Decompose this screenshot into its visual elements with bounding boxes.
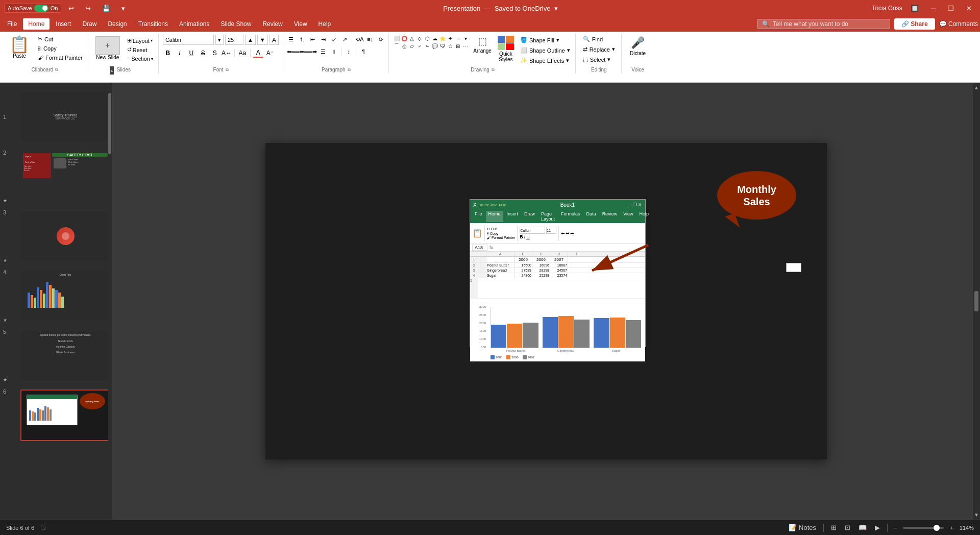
shape-12[interactable]: ◎: [401, 42, 408, 50]
font-color-button[interactable]: A: [253, 48, 263, 58]
font-size-up[interactable]: ▲: [245, 35, 256, 45]
restore-btn[interactable]: ❐: [944, 3, 958, 14]
redo-btn[interactable]: ↪: [81, 3, 95, 14]
shape-expand[interactable]: ▾: [462, 35, 469, 42]
slide-item-5[interactable]: 5 ★ Special thanks go to the following i…: [14, 328, 112, 383]
excel-fontsize-input[interactable]: [546, 227, 556, 234]
excel-close[interactable]: ✕: [638, 202, 642, 207]
excel-menu-pagelayout[interactable]: Page Layout: [538, 211, 557, 222]
shape-fill-button[interactable]: 🪣 Shape Fill ▾: [518, 36, 572, 44]
slide-thumb-4[interactable]: Chart Title: [20, 270, 110, 322]
excel-underline-btn[interactable]: U: [526, 234, 530, 239]
panel-scrollbar[interactable]: [108, 83, 112, 520]
autosave-toggle[interactable]: [34, 5, 48, 12]
new-slide-button[interactable]: + New Slide: [92, 35, 123, 62]
numbering-button[interactable]: ⒈: [297, 35, 306, 44]
shape-11[interactable]: ⌒: [393, 42, 400, 50]
slide-sorter-btn[interactable]: ⊡: [844, 523, 851, 532]
scroll-up-btn[interactable]: ▲: [974, 85, 979, 90]
panel-scroll-up[interactable]: ▲: [110, 66, 114, 75]
zoom-slider[interactable]: [903, 527, 944, 529]
shape-3[interactable]: △: [408, 35, 415, 42]
text-direction-button[interactable]: ⟲A: [355, 35, 364, 44]
slideshow-view-btn[interactable]: ▶: [874, 523, 881, 532]
menu-review[interactable]: Review: [257, 18, 287, 30]
shape-8[interactable]: ✦: [447, 35, 454, 42]
clipboard-expand-icon[interactable]: ⧉: [55, 67, 58, 72]
excel-menu-data[interactable]: Data: [584, 211, 599, 222]
close-btn[interactable]: ✕: [962, 3, 976, 14]
menu-view[interactable]: View: [289, 18, 312, 30]
slide-thumb-1[interactable]: Safety Training BURNROCK LLC: [20, 91, 110, 142]
align-left-btn[interactable]: ⬅═: [286, 47, 296, 56]
align-center-btn[interactable]: ═⬌═: [297, 47, 306, 56]
para-spacing-btn[interactable]: ¶: [359, 47, 368, 56]
font-expand-icon[interactable]: ⧉: [226, 67, 229, 72]
underline-button[interactable]: U: [186, 48, 197, 58]
layout-button[interactable]: ⊞ Layout ▾: [125, 37, 155, 44]
slide-item-3[interactable]: 3 ★: [14, 208, 112, 264]
shape-15[interactable]: ⤷: [424, 42, 431, 50]
menu-slideshow[interactable]: Slide Show: [215, 18, 256, 30]
share-button[interactable]: 🔗 Share: [894, 18, 935, 30]
bold-button[interactable]: B: [163, 48, 173, 58]
font-size-input[interactable]: [225, 35, 243, 45]
minimize-btn[interactable]: ─: [927, 3, 940, 14]
menu-design[interactable]: Design: [103, 18, 132, 30]
shape-5[interactable]: ⬡: [424, 35, 431, 42]
excel-paste-btn[interactable]: 📋: [472, 228, 482, 238]
shape-2[interactable]: ⭕: [401, 35, 408, 42]
find-button[interactable]: 🔍 Find: [580, 35, 606, 43]
dictate-button[interactable]: 🎤 Dictate: [626, 35, 650, 58]
excel-menu-view[interactable]: View: [621, 211, 635, 222]
shape-effects-button[interactable]: ✨ Shape Effects ▾: [518, 56, 572, 65]
increase-indent-btn[interactable]: ⇥: [318, 35, 328, 44]
decrease-list-btn[interactable]: ↙: [329, 35, 338, 44]
slide-thumb-5[interactable]: Special thanks go to the following indiv…: [20, 330, 110, 381]
line-spacing-btn[interactable]: ↕: [344, 47, 353, 56]
customize-btn[interactable]: ▾: [117, 3, 129, 14]
select-button[interactable]: ⬚ Select ▾: [580, 55, 614, 64]
replace-button[interactable]: ⇄ Replace ▾: [580, 45, 618, 54]
shape-16[interactable]: 💬: [431, 42, 438, 50]
align-right-btn[interactable]: ═➡: [308, 47, 317, 56]
italic-button[interactable]: I: [175, 48, 185, 58]
smartart-button[interactable]: ⟳: [376, 35, 385, 44]
excel-align-center[interactable]: ⬌: [566, 231, 570, 236]
shape-6[interactable]: ☁: [431, 35, 438, 42]
format-painter-button[interactable]: 🖌 Format Painter: [36, 54, 85, 62]
excel-menu-formulas[interactable]: Formulas: [558, 211, 583, 222]
menu-file[interactable]: File: [2, 18, 22, 30]
excel-menu-draw[interactable]: Draw: [522, 211, 537, 222]
slide-item-2[interactable]: 2 ★ Sign In Find a Star Take safe...Work…: [14, 149, 112, 204]
shape-17[interactable]: 🗨: [439, 42, 446, 50]
comments-button[interactable]: 💬 Comments: [939, 20, 978, 28]
reading-view-btn[interactable]: 📖: [857, 523, 868, 532]
menu-home[interactable]: Home: [23, 18, 50, 30]
col-btn[interactable]: ⫴: [329, 47, 338, 56]
slide-item-6[interactable]: 6: [14, 387, 112, 443]
excel-format-painter-btn[interactable]: 🖌 Format Painter: [487, 236, 515, 239]
excel-menu-help[interactable]: Help: [637, 211, 652, 222]
shape-18[interactable]: ☆: [447, 42, 454, 50]
menu-animations[interactable]: Animations: [174, 18, 214, 30]
search-bar[interactable]: 🔍: [757, 19, 890, 29]
excel-cell-ref[interactable]: [472, 245, 487, 251]
clear-formatting-btn[interactable]: A: [270, 35, 279, 45]
increase-list-btn[interactable]: ↗: [340, 35, 349, 44]
shape-13[interactable]: ▱: [408, 42, 415, 50]
menu-draw[interactable]: Draw: [77, 18, 102, 30]
save-btn[interactable]: 💾: [98, 3, 114, 14]
notes-button[interactable]: 📝 Notes: [788, 523, 817, 532]
shape-20[interactable]: ⋯: [462, 42, 469, 50]
excel-copy-btn[interactable]: ⎘ Copy: [487, 232, 515, 235]
shape-4[interactable]: ◇: [416, 35, 423, 42]
paragraph-expand-icon[interactable]: ⧉: [348, 67, 351, 72]
right-scrollbar[interactable]: ▲ ▼: [973, 83, 980, 520]
excel-minimize[interactable]: ─: [629, 202, 632, 207]
excel-italic-btn[interactable]: I: [524, 234, 526, 239]
font-name-dropdown[interactable]: ▾: [215, 35, 224, 45]
font-size-down[interactable]: ▼: [257, 35, 268, 45]
drawing-expand-icon[interactable]: ⧉: [492, 67, 495, 72]
excel-bold-btn[interactable]: B: [520, 234, 523, 239]
